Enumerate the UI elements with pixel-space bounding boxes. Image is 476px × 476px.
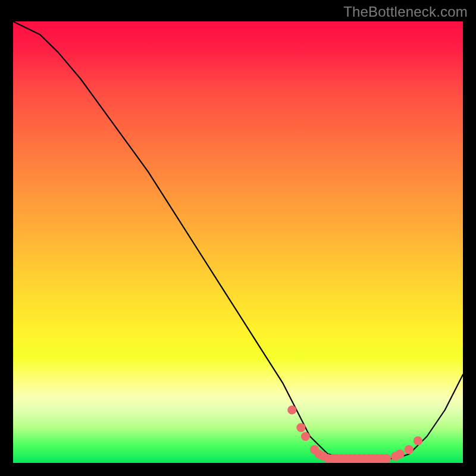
valley-dot — [396, 450, 405, 459]
watermark-label: TheBottleneck.com — [343, 4, 468, 20]
valley-dot — [287, 405, 296, 414]
valley-markers — [287, 405, 422, 463]
valley-dot — [382, 454, 391, 463]
valley-dot — [405, 445, 414, 454]
plot-area — [13, 21, 463, 463]
valley-dot — [301, 432, 310, 441]
bottleneck-curve — [13, 21, 463, 459]
chart-frame: TheBottleneck.com — [0, 0, 476, 476]
chart-svg — [13, 21, 463, 463]
valley-dot — [296, 423, 305, 432]
valley-dot — [414, 436, 422, 445]
